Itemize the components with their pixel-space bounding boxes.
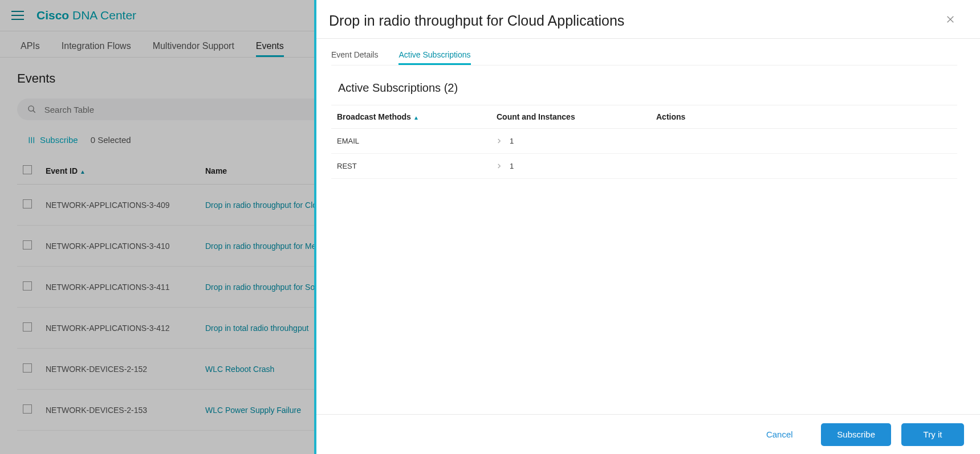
panel-title: Drop in radio throughput for Cloud Appli… [329, 13, 624, 29]
col-actions: Actions [650, 105, 957, 129]
close-icon[interactable] [944, 13, 957, 28]
subscribe-button[interactable]: Subscribe [821, 423, 891, 446]
broadcast-method: REST [331, 154, 491, 179]
sort-asc-icon: ▲ [413, 114, 419, 121]
broadcast-method: EMAIL [331, 129, 491, 154]
table-row: EMAIL1 [331, 129, 957, 154]
subtab-event-details[interactable]: Event Details [331, 46, 378, 65]
actions-cell [650, 129, 957, 154]
count-cell: 1 [491, 129, 650, 154]
active-subs-heading: Active Subscriptions (2) [338, 81, 957, 95]
col-count-instances[interactable]: Count and Instances [491, 105, 650, 129]
try-it-button[interactable]: Try it [901, 423, 964, 446]
col-broadcast-methods[interactable]: Broadcast Methods▲ [331, 105, 491, 129]
count-cell: 1 [491, 154, 650, 179]
subtab-active-subscriptions[interactable]: Active Subscriptions [398, 46, 470, 65]
chevron-right-icon[interactable] [497, 162, 502, 170]
cancel-button[interactable]: Cancel [748, 423, 811, 446]
actions-cell [650, 154, 957, 179]
detail-panel: Drop in radio throughput for Cloud Appli… [314, 0, 980, 454]
chevron-right-icon[interactable] [497, 137, 502, 145]
panel-subtabs: Event DetailsActive Subscriptions [331, 39, 957, 66]
table-row: REST1 [331, 154, 957, 179]
